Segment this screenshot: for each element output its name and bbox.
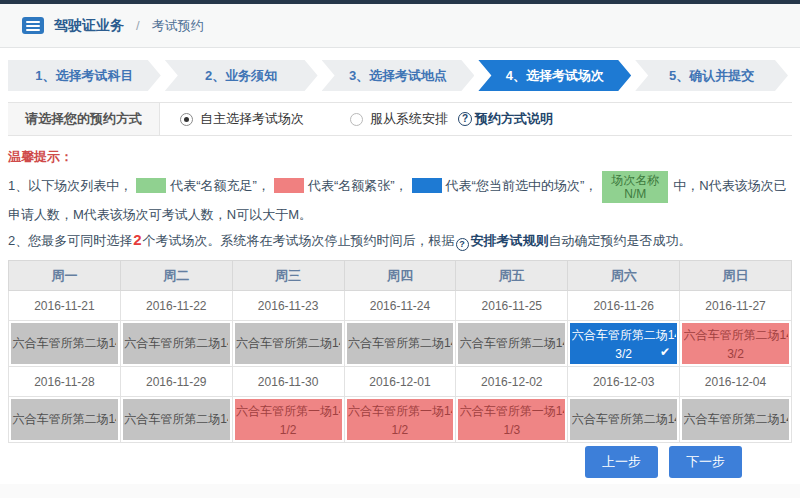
tip-2-text-c: 自动确定预约是否成功。 xyxy=(549,233,692,248)
date-cell: 2016-12-03 xyxy=(568,367,680,397)
session-cell-tight[interactable]: 六合车管所第二场14...3/2 xyxy=(680,321,792,367)
step-nav: 1、选择考试科目 2、业务须知 3、选择考试地点 4、选择考试场次 5、确认并提… xyxy=(8,60,792,91)
wizard-buttons: 上一步 下一步 xyxy=(585,446,742,478)
date-cell: 2016-11-27 xyxy=(680,291,792,321)
date-cell: 2016-11-26 xyxy=(568,291,680,321)
session-cell-tight[interactable]: 六合车管所第一场14...1/2 xyxy=(344,397,456,443)
day-header-sun: 周日 xyxy=(680,261,792,291)
date-cell: 2016-12-04 xyxy=(680,367,792,397)
session-count: 1/3 xyxy=(503,423,520,437)
session-count: 3/2 xyxy=(727,347,744,361)
tip-1-text-d: 代表“您当前选中的场次”， xyxy=(446,178,598,193)
session-count: 1/2 xyxy=(280,423,297,437)
session-cell-disabled: 六合车管所第二场14... xyxy=(680,397,792,443)
date-cell: 2016-11-24 xyxy=(344,291,456,321)
tip-2: 2、您最多可同时选择2个考试场次。系统将在考试场次停止预约时间后，根据?安排考试… xyxy=(8,228,792,252)
tips-title: 温馨提示： xyxy=(8,148,792,166)
session-name: 六合车管所第一场14... xyxy=(236,403,340,420)
step-3-choose-location[interactable]: 3、选择考试地点 xyxy=(322,60,475,91)
session-name: 六合车管所第二场14... xyxy=(124,411,228,428)
session-cell-selected[interactable]: 六合车管所第二场14...3/2✔ xyxy=(568,321,680,367)
day-header-mon: 周一 xyxy=(9,261,121,291)
session-cell-disabled: 六合车管所第二场14... xyxy=(120,321,232,367)
legend-session-name-line: 场次名称 xyxy=(611,173,659,187)
session-name: 六合车管所第二场14... xyxy=(684,411,788,428)
session-name: 六合车管所第二场14... xyxy=(124,335,228,352)
booking-mode-label: 请选择您的预约方式 xyxy=(8,103,160,135)
day-header-wed: 周三 xyxy=(232,261,344,291)
session-cell-tight[interactable]: 六合车管所第一场14...1/3 xyxy=(456,397,568,443)
next-step-button[interactable]: 下一步 xyxy=(669,446,742,478)
session-cell-disabled: 六合车管所第二场14... xyxy=(120,397,232,443)
step-1-choose-subject[interactable]: 1、选择考试科目 xyxy=(8,60,161,91)
check-icon: ✔ xyxy=(660,345,670,359)
session-cell-disabled: 六合车管所第二场14... xyxy=(9,321,121,367)
session-cell-tight[interactable]: 六合车管所第一场14...1/2 xyxy=(232,397,344,443)
legend-session-name-box: 场次名称N/M xyxy=(602,171,668,203)
session-name: 六合车管所第二场14... xyxy=(572,327,676,344)
session-cell-disabled: 六合车管所第二场14... xyxy=(456,321,568,367)
prev-step-button[interactable]: 上一步 xyxy=(585,446,658,478)
week1-date-row: 2016-11-21 2016-11-22 2016-11-23 2016-11… xyxy=(9,291,792,321)
tip-1-text-c: 代表“名额紧张”， xyxy=(308,178,408,193)
session-name: 六合车管所第二场14... xyxy=(236,335,340,352)
radio-selected-icon[interactable] xyxy=(180,113,193,126)
week2-date-row: 2016-11-28 2016-11-29 2016-11-30 2016-12… xyxy=(9,367,792,397)
breadcrumb: 驾驶证业务 / 考试预约 xyxy=(0,4,800,48)
session-name: 六合车管所第二场14... xyxy=(460,335,564,352)
date-cell: 2016-11-23 xyxy=(232,291,344,321)
day-header-fri: 周五 xyxy=(456,261,568,291)
tip-1: 1、以下场次列表中，代表“名额充足”，代表“名额紧张”，代表“您当前选中的场次”… xyxy=(8,171,792,226)
session-name: 六合车管所第一场14... xyxy=(348,403,452,420)
help-link-label: 预约方式说明 xyxy=(475,110,553,128)
session-calendar: 周一 周二 周三 周四 周五 周六 周日 2016-11-21 2016-11-… xyxy=(8,260,792,443)
day-header-tue: 周二 xyxy=(120,261,232,291)
date-cell: 2016-11-21 xyxy=(9,291,121,321)
menu-list-icon xyxy=(22,17,44,34)
date-cell: 2016-11-22 xyxy=(120,291,232,321)
session-cell-disabled: 六合车管所第二场14... xyxy=(232,321,344,367)
date-cell: 2016-11-29 xyxy=(120,367,232,397)
date-cell: 2016-11-28 xyxy=(9,367,121,397)
tip-1-text-a: 1、以下场次列表中， xyxy=(8,178,132,193)
session-name: 六合车管所第二场14... xyxy=(572,411,676,428)
session-cell-disabled: 六合车管所第二场14... xyxy=(344,321,456,367)
rule-link-icon: ? xyxy=(456,238,469,251)
tip-1-text-b: 代表“名额充足”， xyxy=(170,178,270,193)
exam-rule-link[interactable]: 安排考试规则 xyxy=(471,233,549,248)
help-icon: ? xyxy=(458,112,472,126)
session-name: 六合车管所第二场14... xyxy=(12,335,116,352)
step-2-business-notice[interactable]: 2、业务须知 xyxy=(165,60,318,91)
breadcrumb-current: 考试预约 xyxy=(152,17,204,35)
session-name: 六合车管所第二场14... xyxy=(12,411,116,428)
tips-section: 温馨提示： 1、以下场次列表中，代表“名额充足”，代表“名额紧张”，代表“您当前… xyxy=(8,148,792,252)
step-5-confirm-submit[interactable]: 5、确认并提交 xyxy=(635,60,788,91)
session-cell-disabled: 六合车管所第二场14... xyxy=(568,397,680,443)
breadcrumb-root[interactable]: 驾驶证业务 xyxy=(54,17,124,35)
legend-blue-swatch xyxy=(412,178,442,193)
legend-red-swatch xyxy=(274,178,304,193)
session-count: 3/2 xyxy=(615,347,632,361)
radio-option-system-label: 服从系统安排 xyxy=(370,110,448,128)
booking-mode-help-link[interactable]: ? 预约方式说明 xyxy=(458,110,553,128)
date-cell: 2016-12-01 xyxy=(344,367,456,397)
day-header-sat: 周六 xyxy=(568,261,680,291)
legend-nm-line: N/M xyxy=(624,187,646,201)
session-count: 1/2 xyxy=(392,423,409,437)
session-name: 六合车管所第二场14... xyxy=(684,327,788,344)
radio-option-system[interactable]: 服从系统安排 xyxy=(350,110,448,128)
session-cell-disabled: 六合车管所第二场14... xyxy=(9,397,121,443)
week1-session-row: 六合车管所第二场14... 六合车管所第二场14... 六合车管所第二场14..… xyxy=(9,321,792,367)
footer-strip xyxy=(0,484,800,498)
legend-green-swatch xyxy=(136,178,166,193)
radio-option-self-select[interactable]: 自主选择考试场次 xyxy=(180,110,304,128)
step-4-choose-session[interactable]: 4、选择考试场次 xyxy=(478,60,631,91)
day-header-row: 周一 周二 周三 周四 周五 周六 周日 xyxy=(9,261,792,291)
radio-unselected-icon[interactable] xyxy=(350,113,363,126)
session-name: 六合车管所第一场14... xyxy=(460,403,564,420)
booking-mode-row: 请选择您的预约方式 自主选择考试场次 服从系统安排 ? 预约方式说明 xyxy=(8,102,792,136)
week2-session-row: 六合车管所第二场14... 六合车管所第二场14... 六合车管所第一场14..… xyxy=(9,397,792,443)
date-cell: 2016-11-25 xyxy=(456,291,568,321)
tip-2-text-a: 2、您最多可同时选择 xyxy=(8,233,132,248)
day-header-thu: 周四 xyxy=(344,261,456,291)
